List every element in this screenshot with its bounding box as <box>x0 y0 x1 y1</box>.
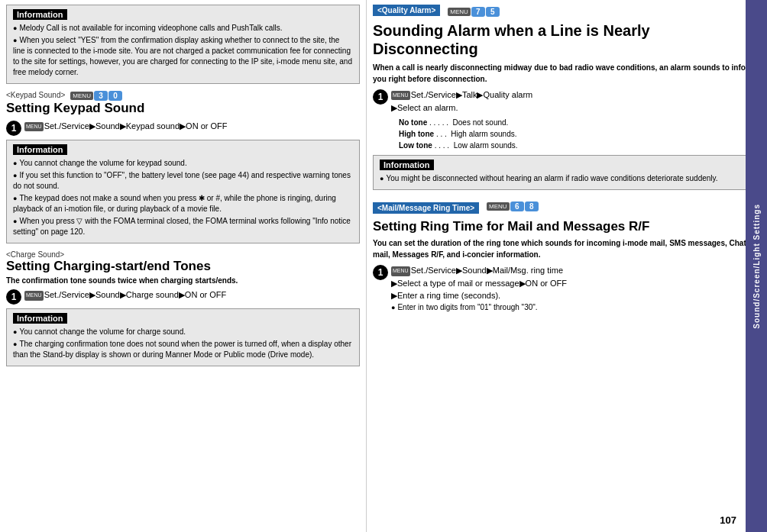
info-bullet-3-1: You cannot change the volume for charge … <box>13 327 353 337</box>
mail-tag: <Mail/Message Ring Time> <box>373 202 479 214</box>
info-box-2: Information You cannot change the volume… <box>6 140 360 243</box>
mail-badge: MENU 6 8 <box>487 202 539 211</box>
mail-step-instruction-3: ▶Enter a ring time (seconds). <box>391 289 761 302</box>
info-bullet-2-4: When you press ▽ with the FOMA terminal … <box>13 216 353 237</box>
mail-description: You can set the duration of the ring ton… <box>373 237 761 260</box>
keypad-badge: MENU 3 0 <box>70 91 122 101</box>
info-bullet-3-2: The charging confirmation tone does not … <box>13 339 353 360</box>
info-box-quality-header: Information <box>380 160 434 170</box>
side-tab-label: Sound/Screen/Light Settings <box>752 204 761 329</box>
step-number-charge-1: 1 <box>6 289 21 305</box>
info-bullet-1-2: When you select "YES" from the confirmat… <box>13 35 353 78</box>
mail-title: Setting Ring Time for Mail and Messages … <box>373 219 761 234</box>
charge-description: The confirmation tone sounds twice when … <box>6 276 360 285</box>
info-box-quality: Information You might be disconnected wi… <box>373 155 761 190</box>
keypad-title: Setting Keypad Sound <box>6 101 360 116</box>
keypad-tag: <Keypad Sound> MENU 3 0 <box>6 90 360 101</box>
side-tab: Sound/Screen/Light Settings <box>746 0 767 532</box>
quality-alarm-section: <Quality Alarm> MENU 7 5 Sounding Alarm … <box>373 5 761 151</box>
alarm-no-tone: No tone . . . . . Does not sound. <box>399 117 761 128</box>
info-box-3: Information You cannot change the volume… <box>6 308 360 366</box>
mail-step-instruction-1: MENUSet./Service▶Sound▶Mail/Msg. ring ti… <box>391 264 761 277</box>
page-number: 107 <box>720 514 736 526</box>
info-box-2-header: Information <box>13 144 67 155</box>
quality-title: Sounding Alarm when a Line is Nearly Dis… <box>373 21 761 58</box>
info-box-1: Information Melody Call is not available… <box>6 5 360 84</box>
charge-tag: <Charge Sound> <box>6 250 64 259</box>
info-box-1-header: Information <box>13 9 67 20</box>
right-column: <Quality Alarm> MENU 7 5 Sounding Alarm … <box>367 0 767 532</box>
quality-description: When a call is nearly disconnecting midw… <box>373 62 761 85</box>
charge-step-instruction: MENUSet./Service▶Sound▶Charge sound▶ON o… <box>24 289 360 301</box>
quality-step-1: 1 MENUSet./Service▶Talk▶Quality alarm ▶S… <box>373 89 761 151</box>
quality-step-instruction-1: MENUSet./Service▶Talk▶Quality alarm <box>391 89 761 102</box>
keypad-section-header: <Keypad Sound> MENU 3 0 Setting Keypad S… <box>6 90 360 116</box>
charge-section-header: <Charge Sound> Setting Charging-start/en… <box>6 250 360 274</box>
step-number-1: 1 <box>6 121 21 136</box>
mail-step-num: 1 <box>373 265 388 280</box>
info-box-3-header: Information <box>13 313 67 324</box>
menu-icon-quality: MENU <box>391 91 410 101</box>
mail-section: <Mail/Message Ring Time> MENU 6 8 Settin… <box>373 196 761 314</box>
alarm-options: No tone . . . . . Does not sound. High t… <box>391 117 761 151</box>
mail-step-instruction-2: ▶Select a type of mail or message▶ON or … <box>391 277 761 290</box>
quality-step-instruction-2: ▶Select an alarm. <box>391 102 761 114</box>
info-bullet-2-1: You cannot change the volume for keypad … <box>13 158 353 169</box>
quality-tag: <Quality Alarm> <box>373 5 440 16</box>
charge-title: Setting Charging-start/end Tones <box>6 259 360 274</box>
keypad-step-1: 1 MENUSet./Service▶Sound▶Keypad sound▶ON… <box>6 120 360 136</box>
menu-icon-mail: MENU <box>391 266 410 276</box>
alarm-high-tone: High tone . . . High alarm sounds. <box>399 128 761 140</box>
info-bullet-1-1: Melody Call is not available for incomin… <box>13 23 353 34</box>
menu-icon-charge: MENU <box>24 291 44 301</box>
quality-badge: MENU 7 5 <box>448 7 500 17</box>
menu-icon-keypad: MENU <box>24 122 44 132</box>
alarm-low-tone: Low tone . . . . Low alarm sounds. <box>399 140 761 151</box>
info-bullet-2-2: If you set this function to "OFF", the b… <box>13 170 353 192</box>
charge-step-1: 1 MENUSet./Service▶Sound▶Charge sound▶ON… <box>6 289 360 305</box>
info-bullet-2-3: The keypad does not make a sound when yo… <box>13 193 353 214</box>
left-column: Information Melody Call is not available… <box>0 0 367 532</box>
quality-step-num: 1 <box>373 89 388 105</box>
mail-step-1: 1 MENUSet./Service▶Sound▶Mail/Msg. ring … <box>373 264 761 314</box>
info-bullet-quality-1: You might be disconnected without hearin… <box>380 173 754 184</box>
keypad-step-instruction: MENUSet./Service▶Sound▶Keypad sound▶ON o… <box>24 120 360 133</box>
mail-bullet-1: Enter in two digits from "01" through "3… <box>391 302 761 313</box>
